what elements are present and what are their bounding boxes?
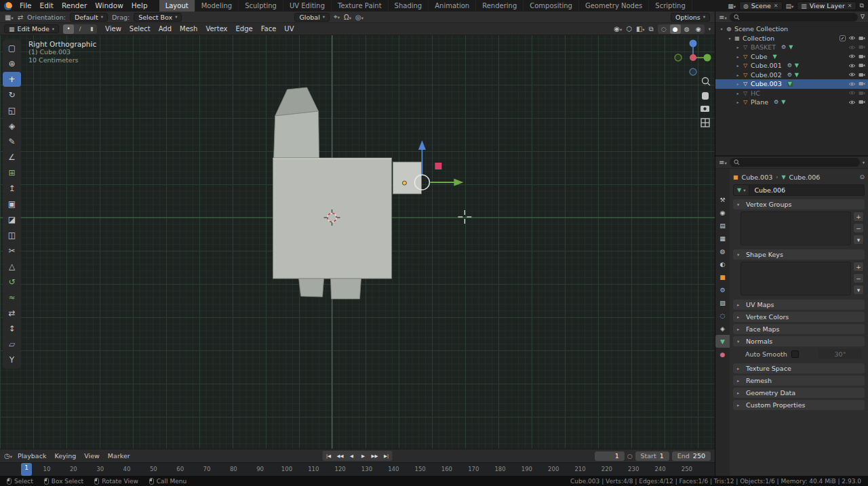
tab-object[interactable]: ■ — [715, 270, 730, 283]
frame-start-field[interactable]: Start1 — [635, 451, 669, 461]
add-menu[interactable]: Add — [155, 25, 176, 33]
tool-move[interactable]: + — [3, 72, 21, 87]
viewport-canvas[interactable] — [0, 35, 715, 449]
tool-extrude-region[interactable]: ↥ — [3, 181, 21, 196]
shading-options-caret-icon[interactable]: ▾ — [709, 26, 711, 32]
outliner-item-label[interactable]: Scene Collection — [734, 25, 788, 33]
outliner-item-label[interactable]: Collection — [743, 35, 774, 42]
mesh-leg-right[interactable] — [331, 279, 361, 299]
properties-editor-type-icon[interactable]: ≡▾ — [719, 159, 727, 166]
shape-key-specials-button[interactable]: ▾ — [853, 285, 864, 295]
render-visibility-camera-icon[interactable] — [859, 100, 865, 104]
pivot-point-icon[interactable]: ⌖▾ — [334, 13, 340, 21]
mesh-head[interactable] — [274, 111, 319, 158]
disclosure-arrow-icon[interactable]: ▸ — [734, 91, 741, 96]
next-keyframe-button[interactable]: ▶▶ — [370, 451, 380, 460]
axis-x-ball[interactable] — [690, 54, 696, 61]
breadcrumb-object[interactable]: Cube.003 — [742, 174, 773, 181]
custom-properties-header[interactable]: ▸Custom Properties — [733, 400, 865, 410]
mesh-object[interactable] — [273, 87, 422, 299]
snap-magnet-icon[interactable]: Ω▾ — [344, 14, 351, 21]
mesh-tail-cube[interactable] — [393, 162, 421, 194]
tab-constraints[interactable]: ◈ — [715, 322, 730, 335]
outliner-item-label[interactable]: Cube.003 — [751, 80, 782, 87]
axis-z-negative[interactable] — [690, 68, 696, 75]
tool-shear[interactable]: ▱ — [3, 337, 21, 352]
select-menu[interactable]: Select — [125, 25, 155, 33]
pan-hand-icon[interactable] — [702, 92, 709, 100]
remove-shape-key-button[interactable]: − — [853, 273, 864, 283]
workspace-uv-editing[interactable]: UV Editing — [283, 0, 332, 12]
toggle-xray-icon[interactable]: ⧉ — [649, 25, 654, 33]
render-visibility-camera-icon[interactable] — [859, 81, 865, 86]
current-frame-field[interactable]: 1 — [595, 451, 625, 461]
disclosure-arrow-icon[interactable]: ▸ — [734, 54, 741, 59]
face-select-mode[interactable]: ▮ — [86, 24, 97, 34]
workspace-compositing[interactable]: Compositing — [524, 0, 579, 12]
tool-add-cube[interactable]: ⊞ — [3, 165, 21, 180]
tool-annotate[interactable]: ✎ — [3, 134, 21, 149]
proportional-editing-icon[interactable]: ◎▾ — [355, 14, 363, 21]
auto-keying-icon[interactable]: ○ — [627, 453, 633, 460]
tab-particles[interactable]: ▨ — [715, 296, 730, 309]
tool-poly-build[interactable]: △ — [3, 259, 21, 274]
toggle-ortho-icon[interactable] — [701, 119, 709, 127]
prev-keyframe-button[interactable]: ◀◀ — [335, 451, 346, 460]
tool-shrink-fatten[interactable]: ↕ — [3, 321, 21, 336]
options-dropdown[interactable]: Options▾ — [671, 13, 710, 22]
render-visibility-camera-icon[interactable] — [859, 54, 865, 59]
outliner-row[interactable]: ▾ ▦ Collection ⚙ ▼ ✓ — [715, 34, 868, 43]
outliner-item-label[interactable]: Cube.002 — [751, 71, 782, 79]
tab-world[interactable]: ◐ — [715, 258, 730, 270]
workspace-rendering[interactable]: Rendering — [476, 0, 524, 12]
hide-eye-icon[interactable] — [848, 54, 856, 59]
scene-browse-icon[interactable]: ▦▾ — [728, 3, 736, 9]
blender-logo-icon[interactable] — [4, 2, 12, 10]
disclosure-arrow-icon[interactable]: ▾ — [718, 26, 725, 31]
collection-checkbox[interactable]: ✓ — [840, 35, 846, 41]
outliner-row[interactable]: ▸ ▽ HC ⚙ ▼ ✓ — [715, 89, 868, 98]
outliner-row[interactable]: ▸ ▽ Cube.003 ⚙ ▼ ✓ — [715, 79, 868, 89]
window-menu[interactable]: Window — [91, 1, 127, 11]
hide-eye-icon[interactable] — [848, 72, 856, 77]
help-menu[interactable]: Help — [127, 1, 152, 11]
outliner-row[interactable]: ▾ ◍ Scene Collection ⚙ ▼ ✓ — [715, 24, 868, 34]
hide-eye-icon[interactable] — [848, 81, 856, 87]
tab-object-data[interactable]: ▼ — [715, 335, 730, 348]
workspace-modeling[interactable]: Modeling — [195, 0, 239, 12]
hide-eye-icon[interactable] — [848, 63, 856, 68]
editor-type-icon[interactable]: ▦▾ — [5, 14, 14, 21]
gizmo-plane-handle[interactable] — [435, 163, 441, 169]
mesh-menu[interactable]: Mesh — [176, 25, 201, 33]
outliner-row[interactable]: ▸ ▽ Plane ⚙ ▼ ✓ — [715, 98, 868, 107]
scene-unlink-icon[interactable]: ✕ — [774, 3, 778, 9]
tool-knife[interactable]: ✂ — [3, 243, 21, 258]
tool-loop-cut[interactable]: ◫ — [3, 228, 21, 243]
wireframe-shading[interactable]: ◌ — [658, 24, 669, 34]
remove-vertex-group-button[interactable]: − — [853, 223, 864, 233]
disclosure-arrow-icon[interactable]: ▸ — [734, 81, 741, 86]
solid-shading[interactable]: ● — [670, 24, 681, 34]
zoom-tool-icon[interactable] — [703, 78, 710, 86]
disclosure-arrow-icon[interactable]: ▸ — [734, 73, 741, 77]
outliner-row[interactable]: ▸ ▽ Cube ⚙ ▼ ✓ — [715, 52, 868, 62]
edge-select-mode[interactable]: ∕ — [75, 24, 85, 34]
jump-to-end-button[interactable]: ▶| — [381, 451, 392, 460]
camera-view-icon[interactable] — [701, 106, 709, 112]
transform-orientation-dropdown[interactable]: Global▾ — [294, 13, 330, 22]
normals-header[interactable]: ▾Normals — [733, 336, 865, 346]
keying-menu[interactable]: Keying — [50, 452, 80, 460]
properties-search-input[interactable] — [730, 158, 860, 167]
tool-settings-toggle-icon[interactable]: ⇄ — [18, 14, 23, 21]
hide-eye-icon[interactable] — [848, 35, 856, 41]
mesh-body[interactable] — [273, 158, 392, 279]
object-visibility-icon[interactable]: ◉▾ — [614, 25, 622, 33]
vertex-menu[interactable]: Vertex — [201, 25, 231, 33]
render-menu[interactable]: Render — [58, 1, 91, 11]
hide-eye-icon[interactable] — [848, 90, 856, 96]
axis-y-positive[interactable] — [704, 54, 711, 62]
render-visibility-camera-icon[interactable] — [859, 91, 865, 96]
render-visibility-camera-icon[interactable] — [859, 63, 865, 68]
add-shape-key-button[interactable]: + — [853, 262, 864, 272]
marker-menu[interactable]: Marker — [104, 452, 134, 460]
